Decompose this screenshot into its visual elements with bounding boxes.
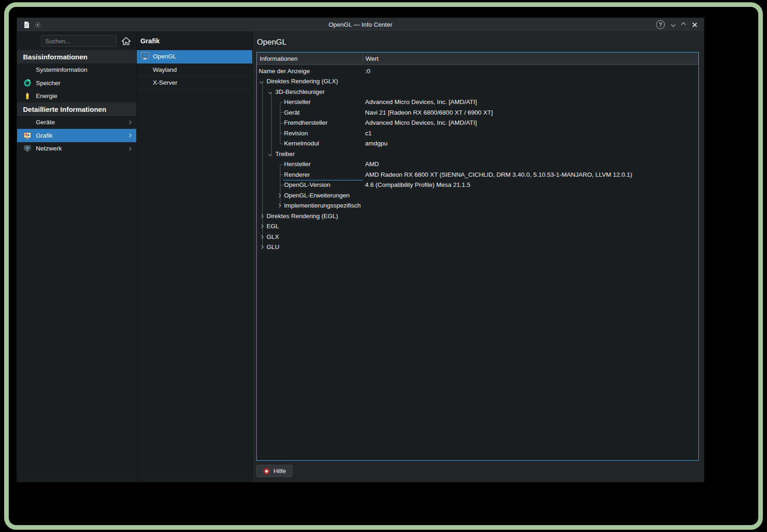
expander-closed-icon[interactable] (259, 236, 267, 238)
home-icon (122, 37, 131, 45)
page-title: OpenGL (256, 32, 699, 52)
tree-row[interactable]: Gerät Navi 21 [Radeon RX 6800/6800 XT / … (257, 107, 698, 118)
category-item-wayland[interactable]: Wayland (137, 64, 252, 77)
sidebar-section-basic: Basisinformationen (17, 50, 136, 64)
info-tree-table: Informationen Wert Name der Anzeige :0 (256, 52, 699, 461)
expander-closed-icon[interactable] (259, 246, 267, 249)
tree-row[interactable]: Direktes Rendering (GLX) (257, 76, 698, 87)
sidebar-item-grafik[interactable]: Grafik (17, 129, 136, 142)
minimize-button[interactable] (672, 23, 675, 26)
tree-row[interactable]: Implementierungsspezifisch (257, 201, 698, 211)
tree-row[interactable]: Hersteller AMD (257, 159, 698, 170)
sidebar-item-speicher[interactable]: Speicher (17, 76, 136, 90)
category-panel-title: Grafik (137, 32, 252, 50)
tree-row[interactable]: OpenGL-Erweiterungen (257, 190, 698, 201)
column-header-wert[interactable]: Wert (363, 52, 698, 64)
titlebar[interactable]: OpenGL — Info Center ? (17, 18, 704, 32)
help-button[interactable]: ? (656, 20, 665, 29)
tree-row-renderer-current[interactable]: Renderer AMD Radeon RX 6800 XT (SIENNA_C… (257, 169, 698, 180)
footer: Hilfe (256, 465, 699, 477)
expander-closed-icon[interactable] (259, 215, 267, 218)
battery-icon (23, 92, 36, 100)
tree-row[interactable]: 3D-Beschleuniger (257, 87, 698, 97)
sidebar-item-netzwerk[interactable]: Netzwerk (17, 142, 136, 156)
tree-row[interactable]: Name der Anzeige :0 (257, 66, 698, 76)
tree-row[interactable]: Fremdhersteller Advanced Micro Devices, … (257, 118, 698, 128)
sidebar: Basisinformationen Systeminformation Spe… (17, 32, 137, 482)
category-panel: Grafik OpenGL Wayland X-Server (137, 32, 253, 482)
chevron-right-icon (128, 147, 131, 150)
table-header: Informationen Wert (257, 52, 698, 65)
sidebar-section-detailed: Detaillierte Informationen (17, 103, 136, 116)
chevron-right-icon (128, 121, 131, 124)
network-icon (23, 145, 36, 152)
tree-row[interactable]: Kernelmodul amdgpu (257, 139, 698, 149)
sidebar-item-systeminformation[interactable]: Systeminformation (17, 64, 136, 77)
column-header-informationen[interactable]: Informationen (257, 52, 363, 64)
main-panel: OpenGL Informationen Wert (253, 32, 704, 482)
table-body: Name der Anzeige :0 Direktes Rendering (… (257, 65, 698, 460)
category-item-xserver[interactable]: X-Server (137, 76, 252, 90)
maximize-button[interactable] (682, 23, 685, 26)
tree-row[interactable]: Hersteller Advanced Micro Devices, Inc. … (257, 97, 698, 108)
lifebuoy-help-icon (263, 468, 270, 475)
tree-row[interactable]: Direktes Rendering (EGL) (257, 211, 698, 221)
expander-open-icon[interactable] (267, 153, 275, 156)
chevron-right-icon (128, 133, 131, 137)
category-item-opengl[interactable]: OpenGL (137, 50, 252, 64)
tree-row[interactable]: Treiber (257, 149, 698, 159)
expander-open-icon[interactable] (267, 91, 275, 93)
expander-closed-icon[interactable] (276, 204, 284, 207)
home-button[interactable] (119, 34, 134, 48)
search-input[interactable] (41, 35, 116, 47)
sidebar-empty-area (17, 155, 136, 482)
app-document-icon (23, 21, 30, 29)
tree-row[interactable]: GLX (257, 231, 698, 242)
graphics-icon (23, 132, 36, 139)
expander-open-icon[interactable] (259, 80, 267, 83)
expander-closed-icon[interactable] (276, 194, 284, 197)
tree-row[interactable]: GLU (257, 242, 698, 253)
window-title: OpenGL — Info Center (17, 21, 704, 28)
sidebar-item-energie[interactable]: Energie (17, 90, 136, 103)
tree-row[interactable]: OpenGL-Version 4.6 (Compatibility Profil… (257, 180, 698, 191)
screen: OpenGL — Info Center ? Basisinformatione… (0, 0, 767, 532)
close-icon (692, 22, 697, 28)
tray-dot-icon[interactable] (35, 22, 41, 28)
close-button[interactable] (692, 22, 697, 28)
expander-closed-icon[interactable] (259, 225, 267, 228)
sidebar-item-geraete[interactable]: Geräte (17, 116, 136, 129)
info-center-window: OpenGL — Info Center ? Basisinformatione… (17, 17, 704, 482)
chevron-down-icon (671, 23, 676, 27)
sidebar-toolbar (17, 32, 136, 50)
chevron-up-icon (681, 23, 686, 27)
tree-row[interactable]: Revision c1 (257, 128, 698, 139)
tree-row[interactable]: EGL (257, 221, 698, 232)
hilfe-button[interactable]: Hilfe (256, 465, 292, 477)
monitor-icon (141, 52, 153, 60)
memory-icon (23, 79, 36, 87)
